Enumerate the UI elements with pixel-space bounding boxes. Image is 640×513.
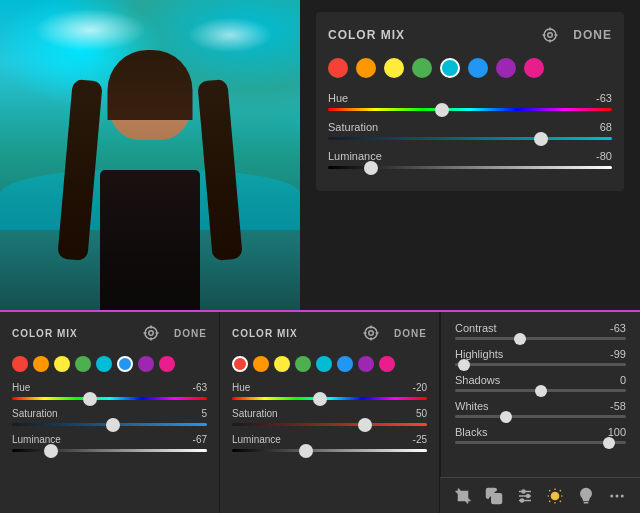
svg-point-24 [520, 499, 523, 502]
bl-circle-green[interactable] [75, 356, 91, 372]
bl-sat-track[interactable] [12, 423, 207, 426]
top-sat-label: Saturation [328, 121, 378, 133]
contrast-thumb[interactable] [514, 333, 526, 345]
bl-panel-title: COLOR MIX [12, 328, 78, 339]
shadows-value: 0 [620, 374, 626, 386]
svg-point-35 [610, 494, 613, 497]
shadows-track[interactable] [455, 389, 626, 392]
bl-circle-purple[interactable] [138, 356, 154, 372]
bl-done-button[interactable]: DONE [174, 328, 207, 339]
more-icon[interactable] [605, 484, 629, 508]
bl-lum-row: Luminance -67 [12, 434, 207, 452]
shadows-thumb[interactable] [535, 385, 547, 397]
blacks-thumb[interactable] [603, 437, 615, 449]
svg-point-0 [544, 29, 556, 41]
svg-line-32 [549, 500, 550, 501]
bm-panel-header: COLOR MIX DONE [232, 322, 427, 344]
whites-label: Whites [455, 400, 489, 412]
bm-circle-purple[interactable] [358, 356, 374, 372]
highlights-track[interactable] [455, 363, 626, 366]
top-lum-slider-row: Luminance -80 [328, 150, 612, 169]
bottom-left-panel: COLOR MIX DONE [0, 312, 220, 513]
bl-circle-yellow[interactable] [54, 356, 70, 372]
bl-hue-track[interactable] [12, 397, 207, 400]
bl-lum-label-row: Luminance -67 [12, 434, 207, 445]
bm-sat-label-row: Saturation 50 [232, 408, 427, 419]
bl-sat-thumb[interactable] [106, 418, 120, 432]
svg-point-7 [149, 331, 154, 336]
circle-cyan-top[interactable] [440, 58, 460, 78]
bm-circle-red[interactable] [232, 356, 248, 372]
highlights-row: Highlights -99 [455, 348, 626, 366]
bl-circle-magenta[interactable] [159, 356, 175, 372]
target-icon[interactable] [539, 24, 561, 46]
top-hue-track[interactable] [328, 108, 612, 111]
bm-sat-row: Saturation 50 [232, 408, 427, 426]
bm-lum-thumb[interactable] [299, 444, 313, 458]
circle-blue-top[interactable] [468, 58, 488, 78]
bl-circle-red[interactable] [12, 356, 28, 372]
bl-hue-thumb[interactable] [83, 392, 97, 406]
bl-circle-orange[interactable] [33, 356, 49, 372]
contrast-label-row: Contrast -63 [455, 322, 626, 334]
top-lum-track[interactable] [328, 166, 612, 169]
bm-circle-blue[interactable] [337, 356, 353, 372]
top-color-mix-panel: COLOR MIX DONE [316, 12, 624, 191]
circle-green-top[interactable] [412, 58, 432, 78]
circle-purple-top[interactable] [496, 58, 516, 78]
svg-point-13 [369, 331, 374, 336]
bm-target-icon[interactable] [360, 322, 382, 344]
highlights-thumb[interactable] [458, 359, 470, 371]
bl-lum-thumb[interactable] [44, 444, 58, 458]
top-sat-thumb[interactable] [534, 132, 548, 146]
whites-label-row: Whites -58 [455, 400, 626, 412]
circle-magenta-top[interactable] [524, 58, 544, 78]
top-lum-thumb[interactable] [364, 161, 378, 175]
bm-hue-row: Hue -20 [232, 382, 427, 400]
top-done-button[interactable]: DONE [573, 28, 612, 42]
bl-hue-value: -63 [193, 382, 207, 393]
bl-sat-row: Saturation 5 [12, 408, 207, 426]
circle-red-top[interactable] [328, 58, 348, 78]
person [50, 50, 250, 310]
bm-sat-value: 50 [416, 408, 427, 419]
bm-lum-track[interactable] [232, 449, 427, 452]
bl-circle-cyan[interactable] [96, 356, 112, 372]
circle-orange-top[interactable] [356, 58, 376, 78]
whites-row: Whites -58 [455, 400, 626, 418]
bm-header-right: DONE [360, 322, 427, 344]
bm-hue-track[interactable] [232, 397, 427, 400]
whites-thumb[interactable] [500, 411, 512, 423]
bm-circle-orange[interactable] [253, 356, 269, 372]
sliders-icon[interactable] [513, 484, 537, 508]
contrast-value: -63 [610, 322, 626, 334]
bm-circle-cyan[interactable] [316, 356, 332, 372]
bulb-icon[interactable] [574, 484, 598, 508]
top-sat-label-row: Saturation 68 [328, 121, 612, 133]
bl-lum-track[interactable] [12, 449, 207, 452]
blacks-track[interactable] [455, 441, 626, 444]
top-hue-thumb[interactable] [435, 103, 449, 117]
bl-header-right: DONE [140, 322, 207, 344]
copy-icon[interactable] [482, 484, 506, 508]
bl-circle-blue[interactable] [117, 356, 133, 372]
bm-hue-thumb[interactable] [313, 392, 327, 406]
svg-point-23 [526, 494, 529, 497]
bm-done-button[interactable]: DONE [394, 328, 427, 339]
bm-circle-green[interactable] [295, 356, 311, 372]
contrast-track[interactable] [455, 337, 626, 340]
circle-yellow-top[interactable] [384, 58, 404, 78]
bm-sat-label: Saturation [232, 408, 278, 419]
bm-sat-thumb[interactable] [358, 418, 372, 432]
bm-sat-track[interactable] [232, 423, 427, 426]
svg-point-12 [365, 327, 377, 339]
bl-target-icon[interactable] [140, 322, 162, 344]
svg-line-31 [560, 500, 561, 501]
top-lum-label: Luminance [328, 150, 382, 162]
whites-track[interactable] [455, 415, 626, 418]
top-sat-track[interactable] [328, 137, 612, 140]
bm-circle-magenta[interactable] [379, 356, 395, 372]
sun-icon[interactable] [543, 484, 567, 508]
bm-circle-yellow[interactable] [274, 356, 290, 372]
crop-icon[interactable] [451, 484, 475, 508]
